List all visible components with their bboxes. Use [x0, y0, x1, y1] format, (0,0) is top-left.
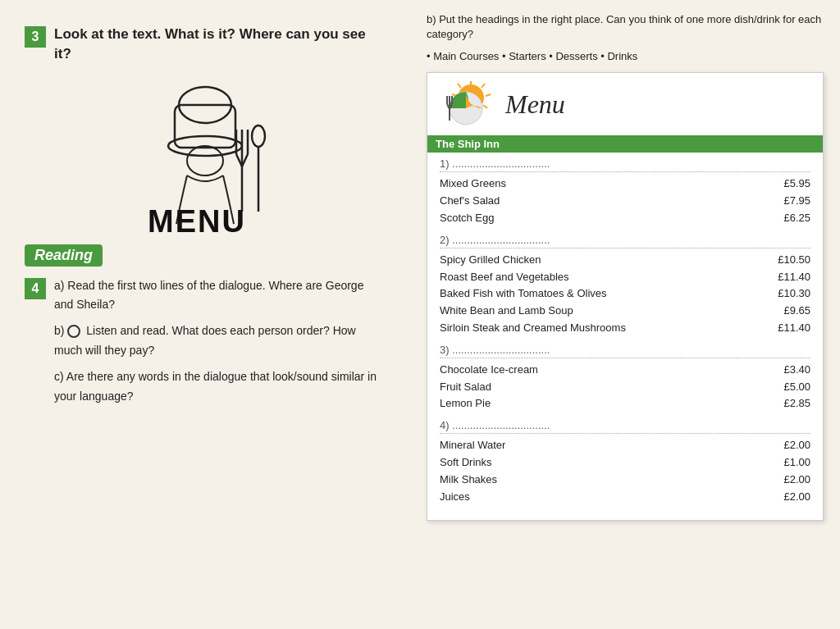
menu-item: White Bean and Lamb Soup £9.65	[440, 303, 810, 320]
q3-text: Look at the text. What is it? Where can …	[54, 25, 386, 64]
svg-line-17	[458, 84, 461, 88]
item-name: Chocolate Ice-cream	[440, 362, 538, 379]
q4a: a) Read the first two lines of the dialo…	[54, 276, 386, 316]
menu-item: Lemon Pie £2.85	[440, 395, 810, 412]
section-3-header: 3) .................................	[440, 344, 810, 358]
item-name: White Bean and Lamb Soup	[440, 303, 573, 320]
menu-section-3: 3) ................................. Cho…	[440, 344, 810, 412]
item-price: £10.50	[778, 252, 810, 269]
item-name: Sirloin Steak and Creamed Mushrooms	[440, 320, 626, 337]
menu-item: Baked Fish with Tomatoes & Olives £10.30	[440, 285, 810, 303]
instructions: b) Put the headings in the right place. …	[427, 12, 824, 42]
menu-item: Juices £2.00	[440, 489, 810, 506]
svg-point-3	[187, 146, 223, 175]
section-1-header: 1) .................................	[440, 157, 810, 172]
q4a-label: a)	[54, 279, 64, 292]
item-name: Spicy Grilled Chicken	[440, 252, 541, 269]
left-panel: 3 Look at the text. What is it? Where ca…	[0, 0, 410, 629]
item-name: Chef's Salad	[440, 193, 500, 210]
item-price: £2.00	[783, 437, 810, 454]
q4b: b) Listen and read. What does each perso…	[54, 321, 386, 361]
item-price: £2.00	[783, 489, 810, 506]
svg-line-15	[486, 94, 491, 96]
q4c-label: c)	[54, 370, 64, 383]
q4c-text: Are there any words in the dialogue that…	[54, 370, 377, 403]
menu-title: Menu	[505, 89, 565, 120]
menu-item: Roast Beef and Vegetables £11.40	[440, 269, 810, 286]
menu-item: Sirloin Steak and Creamed Mushrooms £11.…	[440, 320, 810, 337]
menu-body: 1) ................................. Mix…	[427, 157, 823, 520]
item-name: Juices	[440, 489, 470, 506]
q3-badge: 3	[25, 26, 46, 48]
reading-header: Reading	[25, 244, 103, 267]
menu-item: Mineral Water £2.00	[440, 437, 810, 454]
categories: • Main Courses • Starters • Desserts • D…	[427, 50, 824, 62]
menu-item: Chef's Salad £7.95	[440, 193, 810, 210]
chef-illustration: MENU	[115, 72, 295, 236]
item-price: £5.95	[783, 175, 810, 193]
svg-point-10	[252, 125, 265, 147]
item-price: £11.40	[778, 269, 810, 286]
item-name: Lemon Pie	[440, 395, 491, 412]
restaurant-name: The Ship Inn	[427, 135, 823, 153]
menu-card: Menu The Ship Inn 1) ...................…	[427, 72, 824, 521]
menu-logo	[440, 80, 497, 129]
item-name: Roast Beef and Vegetables	[440, 269, 569, 286]
item-price: £2.00	[783, 472, 810, 489]
q4b-label: b)	[54, 324, 64, 337]
svg-line-14	[482, 84, 485, 88]
item-price: £1.00	[783, 454, 810, 472]
menu-section-1: 1) ................................. Mix…	[440, 157, 810, 226]
item-name: Scotch Egg	[440, 210, 495, 227]
section-2-header: 2) .................................	[440, 234, 810, 248]
item-name: Baked Fish with Tomatoes & Olives	[440, 285, 607, 303]
svg-rect-1	[175, 105, 235, 148]
sub-questions: a) Read the first two lines of the dialo…	[54, 276, 386, 413]
menu-item: Spicy Grilled Chicken £10.50	[440, 252, 810, 269]
question-3-block: 3 Look at the text. What is it? Where ca…	[25, 25, 386, 64]
item-price: £5.00	[783, 379, 810, 396]
q4c: c) Are there any words in the dialogue t…	[54, 367, 386, 407]
item-name: Mineral Water	[440, 437, 505, 454]
item-name: Fruit Salad	[440, 379, 491, 396]
right-panel: b) Put the headings in the right place. …	[410, 0, 840, 629]
item-name: Mixed Greens	[440, 175, 506, 193]
question-4-block: 4 a) Read the first two lines of the dia…	[25, 276, 386, 413]
menu-item: Soft Drinks £1.00	[440, 454, 810, 472]
svg-text:MENU: MENU	[148, 204, 246, 236]
q4b-text: Listen and read. What does each person o…	[54, 324, 356, 357]
item-price: £7.95	[783, 193, 810, 210]
q4a-text: Read the first two lines of the dialogue…	[54, 279, 363, 312]
menu-item: Chocolate Ice-cream £3.40	[440, 362, 810, 379]
menu-item: Mixed Greens £5.95	[440, 175, 810, 193]
listen-icon	[67, 325, 80, 338]
svg-line-16	[483, 105, 487, 108]
menu-section-4: 4) ................................. Min…	[440, 419, 810, 505]
item-name: Soft Drinks	[440, 454, 492, 472]
item-price: £11.40	[778, 320, 810, 337]
menu-header: Menu	[427, 73, 823, 135]
section-4-header: 4) .................................	[440, 419, 810, 434]
item-price: £6.25	[783, 210, 810, 227]
q4-badge: 4	[25, 278, 46, 299]
item-price: £10.30	[778, 285, 810, 303]
menu-item: Scotch Egg £6.25	[440, 210, 810, 227]
item-price: £3.40	[783, 362, 810, 379]
item-price: £9.65	[783, 303, 810, 320]
menu-section-2: 2) ................................. Spi…	[440, 234, 810, 337]
item-price: £2.85	[783, 395, 810, 412]
menu-item: Milk Shakes £2.00	[440, 472, 810, 489]
item-name: Milk Shakes	[440, 472, 497, 489]
menu-item: Fruit Salad £5.00	[440, 379, 810, 396]
